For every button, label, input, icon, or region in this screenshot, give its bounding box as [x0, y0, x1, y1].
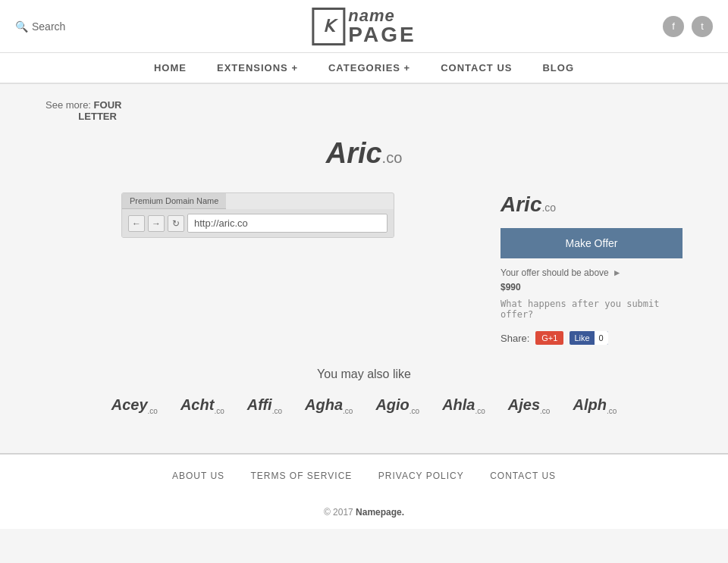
domains-row: Acey.co Acht.co Affi.co Agha.co Agio.co … — [46, 396, 682, 415]
also-like-section: You may also like Acey.co Acht.co Affi.c… — [46, 368, 682, 415]
fb-like-container[interactable]: Like 0 — [570, 331, 607, 345]
footer-brand-link[interactable]: Namepage. — [356, 507, 404, 518]
list-item-affi[interactable]: Affi.co — [247, 396, 282, 415]
offer-arrow-icon: ► — [613, 267, 622, 278]
domain-name-display: Aric.co — [326, 137, 403, 169]
info-column: Aric.co Make Offer Your offer should be … — [500, 192, 682, 345]
search-area[interactable]: 🔍 Search — [15, 20, 65, 33]
social-icons: f t — [663, 16, 713, 37]
share-label: Share: — [500, 333, 529, 344]
logo-icon: 𝖪 — [312, 8, 345, 45]
two-col-layout: Premium Domain Name ← → ↻ Aric.co Make O… — [46, 192, 682, 345]
also-like-title: You may also like — [46, 368, 682, 381]
nav-blog[interactable]: BLOG — [542, 62, 574, 74]
browser-toolbar: ← → ↻ — [122, 209, 394, 237]
logo[interactable]: 𝖪 name PAGE — [312, 8, 416, 45]
footer-copyright: © 2017 Namepage. — [0, 496, 728, 529]
offer-hint: Your offer should be above ► — [500, 267, 682, 278]
list-item-ahla[interactable]: Ahla.co — [442, 396, 485, 415]
list-item-ajes[interactable]: Ajes.co — [508, 396, 551, 415]
browser-tab: Premium Domain Name — [122, 193, 226, 209]
search-label[interactable]: Search — [32, 20, 65, 33]
make-offer-button[interactable]: Make Offer — [500, 228, 682, 258]
nav-home[interactable]: HOME — [154, 62, 187, 74]
footer-links: ABOUT US TERMS OF SERVICE PRIVACY POLICY… — [0, 454, 728, 496]
logo-text: name PAGE — [348, 8, 416, 45]
breadcrumb: See more: FOUR LETTER — [46, 99, 682, 122]
nav-extensions[interactable]: EXTENSIONS + — [217, 62, 298, 74]
browser-back-btn[interactable]: ← — [128, 215, 145, 232]
header: 🔍 Search 𝖪 name PAGE f t — [0, 0, 728, 53]
domain-browser: Premium Domain Name ← → ↻ — [121, 192, 394, 238]
footer-terms[interactable]: TERMS OF SERVICE — [251, 471, 353, 481]
list-item-acht[interactable]: Acht.co — [180, 396, 224, 415]
gplus-button[interactable]: G+1 — [535, 331, 563, 345]
footer-privacy[interactable]: PRIVACY POLICY — [378, 471, 464, 481]
list-item-acey[interactable]: Acey.co — [111, 396, 158, 415]
list-item-alph[interactable]: Alph.co — [573, 396, 617, 415]
domain-name-large: Aric.co — [500, 192, 682, 217]
browser-column: Premium Domain Name ← → ↻ — [46, 192, 470, 345]
list-item-agha[interactable]: Agha.co — [305, 396, 353, 415]
browser-url-input[interactable] — [187, 214, 388, 233]
nav: HOME EXTENSIONS + CATEGORIES + CONTACT U… — [0, 53, 728, 84]
see-more-label: See more: — [46, 99, 91, 111]
list-item-agio[interactable]: Agio.co — [375, 396, 419, 415]
nav-contact[interactable]: CONTACT US — [441, 62, 512, 74]
search-icon: 🔍 — [15, 20, 28, 33]
nav-categories[interactable]: CATEGORIES + — [328, 62, 410, 74]
twitter-icon[interactable]: t — [692, 16, 713, 37]
facebook-icon[interactable]: f — [663, 16, 684, 37]
footer-about[interactable]: ABOUT US — [172, 471, 224, 481]
fb-like-label: Like — [570, 331, 594, 345]
fb-count: 0 — [595, 331, 608, 345]
footer-contact[interactable]: CONTACT US — [490, 471, 556, 481]
share-area: Share: G+1 Like 0 — [500, 331, 682, 345]
what-happens-link[interactable]: What happens after you submit offer? — [500, 299, 682, 320]
offer-amount: $990 — [500, 282, 682, 292]
browser-refresh-btn[interactable]: ↻ — [168, 215, 184, 232]
browser-forward-btn[interactable]: → — [148, 215, 165, 232]
domain-display: Aric.co — [46, 137, 682, 170]
